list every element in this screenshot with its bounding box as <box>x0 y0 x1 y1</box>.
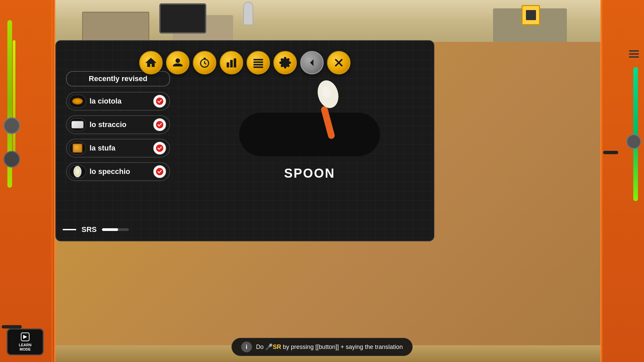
info-icon: i <box>241 342 252 352</box>
check-badge-ciotola <box>153 95 166 108</box>
check-badge-specchio <box>153 165 166 178</box>
wire-left-yellow <box>13 40 15 158</box>
vocab-icon-cloth <box>69 118 86 131</box>
learn-mode-button[interactable]: LEARNMODE <box>7 328 44 355</box>
left-content-panel: Recently revised la ciotola lo straccio <box>66 71 170 186</box>
nav-list-button[interactable] <box>247 51 270 74</box>
spoon-container <box>239 103 380 153</box>
svg-rect-6 <box>254 62 263 63</box>
svg-rect-3 <box>230 60 232 67</box>
srs-progress-fill <box>102 228 118 231</box>
svg-point-0 <box>176 59 180 63</box>
wall-screen <box>159 3 206 34</box>
info-bar: i Do 🎤SR by pressing [[button]] + saying… <box>231 338 413 356</box>
menu-icon[interactable] <box>629 50 639 58</box>
check-badge-stufa <box>153 142 166 155</box>
slider-left <box>2 325 22 328</box>
learn-mode-icon-container <box>20 332 30 342</box>
svg-point-11 <box>156 144 163 152</box>
spoon-svg <box>300 76 353 143</box>
svg-point-9 <box>156 98 163 105</box>
svg-rect-2 <box>227 63 229 67</box>
knob-left-bottom <box>3 151 20 168</box>
srs-progress-bar <box>102 228 129 231</box>
vocab-text-straccio: lo straccio <box>90 120 153 129</box>
vocab-item-stufa[interactable]: la stufa <box>66 139 170 158</box>
svg-rect-4 <box>234 59 236 67</box>
nav-close-button[interactable] <box>327 51 351 74</box>
srs-line-left <box>63 229 76 230</box>
left-border-accent <box>51 0 53 362</box>
vocab-item-straccio[interactable]: lo straccio <box>66 115 170 134</box>
check-badge-straccio <box>153 118 166 131</box>
right-border-accent <box>601 0 603 362</box>
vocab-icon-heater <box>69 141 86 155</box>
nav-settings-button[interactable] <box>273 51 297 74</box>
vocab-text-ciotola: la ciotola <box>90 97 153 106</box>
info-text: Do 🎤SR by pressing [[button]] + saying t… <box>256 343 403 351</box>
svg-point-10 <box>156 121 163 128</box>
learn-mode-label: LEARNMODE <box>19 343 32 352</box>
svg-rect-7 <box>254 64 263 65</box>
svg-rect-8 <box>254 67 263 68</box>
spoon-label: SPOON <box>284 166 335 181</box>
srs-label: SRS <box>82 225 97 234</box>
vocab-text-specchio: lo specchio <box>90 167 153 176</box>
lamp <box>243 2 253 25</box>
nav-back-button[interactable] <box>300 51 324 74</box>
srs-bar: SRS <box>63 225 129 234</box>
main-panel: Recently revised la ciotola lo straccio <box>55 40 434 241</box>
vocab-icon-bowl <box>69 95 86 108</box>
svg-rect-5 <box>254 59 263 60</box>
nav-timer-button[interactable] <box>193 51 216 74</box>
sidebar-right <box>600 0 644 362</box>
knob-right <box>626 134 641 149</box>
learn-mode-icon <box>20 332 30 342</box>
sidebar-left <box>0 0 55 362</box>
slider-right <box>603 151 618 154</box>
vocab-item-specchio[interactable]: lo specchio <box>66 162 170 181</box>
knob-left-top <box>3 117 20 134</box>
svg-rect-13 <box>320 105 335 139</box>
nav-profile-button[interactable] <box>166 51 190 74</box>
nav-stats-button[interactable] <box>220 51 243 74</box>
nav-bar <box>139 51 351 74</box>
yellow-sign <box>522 5 540 25</box>
vocab-item-ciotola[interactable]: la ciotola <box>66 92 170 111</box>
spoon-display-area: SPOON <box>192 71 427 212</box>
vocab-icon-mirror <box>69 165 86 178</box>
vocab-text-stufa: la stufa <box>90 144 153 153</box>
furniture-1 <box>82 12 149 42</box>
nav-home-button[interactable] <box>139 51 163 74</box>
svg-point-12 <box>156 168 163 175</box>
room-top-bg <box>55 0 600 42</box>
